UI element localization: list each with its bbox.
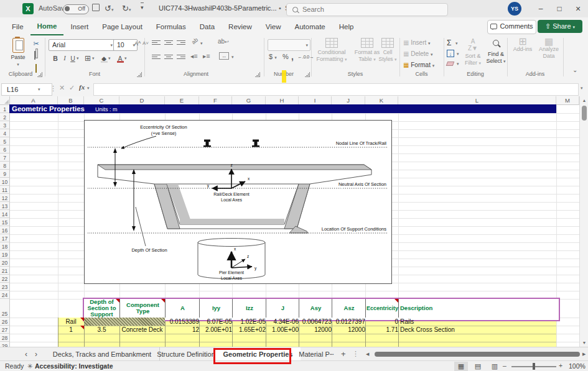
borders-dropdown-icon[interactable]: ▾ — [92, 56, 95, 61]
cell-G27[interactable]: 1.65E+02 — [232, 326, 268, 334]
autosum-icon[interactable]: Σ — [447, 39, 451, 47]
excel-logo-icon[interactable]: X — [22, 3, 34, 14]
increase-indent-icon[interactable]: ▸≡ — [203, 52, 210, 60]
name-box[interactable]: L16▾ — [1, 83, 52, 96]
ribbon-tab-page-layout[interactable]: Page Layout — [95, 19, 149, 35]
confirm-entry-icon[interactable]: ✓ — [69, 84, 75, 92]
fill-dropdown-icon[interactable]: ▾ — [457, 52, 459, 57]
avatar[interactable]: YS — [508, 2, 521, 16]
column-header-F[interactable]: F — [199, 96, 232, 105]
search-box[interactable]: Search — [286, 3, 448, 16]
banner-row[interactable]: Geometric Properties Units : m — [9, 104, 556, 113]
align-middle-icon[interactable] — [164, 39, 173, 46]
font-color-dropdown-icon[interactable]: ▾ — [124, 56, 127, 61]
scroll-up-icon[interactable]: ▲ — [580, 96, 588, 104]
next-sheet-icon[interactable]: › — [35, 347, 37, 361]
minimize-button[interactable]: – — [531, 0, 550, 17]
cell-D27[interactable]: Concrete Deck — [119, 326, 165, 334]
alignment-dialog-launcher-icon[interactable] — [255, 72, 260, 77]
italic-button[interactable]: I — [60, 53, 69, 63]
row-header-14[interactable]: 14 — [0, 210, 10, 218]
sheet-tab-decks[interactable]: Decks, Tracks and Embankment — [45, 347, 160, 361]
bold-button[interactable]: B — [51, 53, 60, 63]
comments-button[interactable]: Comments — [487, 20, 536, 34]
cell-I26[interactable]: 0.0064723 — [299, 318, 334, 326]
column-header-D[interactable]: D — [119, 96, 165, 105]
increase-decimal-icon[interactable]: ←.0 — [297, 54, 306, 60]
cell-F26[interactable]: 6.07E-05 — [199, 318, 234, 326]
more-sheets-icon[interactable]: ••• — [330, 352, 334, 356]
new-sheet-icon[interactable]: + — [341, 349, 346, 359]
cross-section-diagram[interactable]: z y x x y z Eccentricity Of Section (+ve… — [84, 120, 392, 284]
insert-function-icon[interactable]: fx — [79, 83, 85, 91]
row-header-3[interactable]: 3 — [0, 121, 10, 129]
merge-center-icon[interactable]: ↔ — [219, 52, 229, 60]
grow-font-button[interactable]: A^ — [133, 39, 142, 48]
prev-sheet-icon[interactable]: ‹ — [25, 347, 27, 361]
number-format-combo[interactable]: ▾ — [268, 39, 310, 51]
ribbon-tab-help[interactable]: Help — [332, 19, 361, 35]
cell-I27[interactable]: 12000 — [299, 326, 334, 334]
fill-color-icon[interactable]: ◆ — [100, 53, 108, 63]
fill-down-icon[interactable]: ↓ — [447, 50, 454, 57]
row-header-23[interactable]: 23 — [0, 283, 10, 291]
fill-color-dropdown-icon[interactable]: ▾ — [108, 56, 111, 61]
ribbon-tab-insert[interactable]: Insert — [63, 19, 95, 35]
header-asy[interactable]: Asy — [299, 299, 332, 318]
ribbon-tab-automate[interactable]: Automate — [288, 19, 332, 35]
cell-L26[interactable]: Rails — [398, 318, 558, 326]
cell-C27[interactable]: 3.5 — [84, 326, 119, 334]
header-izz[interactable]: Izz — [232, 299, 266, 318]
orientation-icon[interactable]: ab — [190, 37, 199, 45]
cell-styles-button[interactable]: Cell Styles ▾ — [376, 37, 399, 70]
row-header-27[interactable]: 27 — [0, 326, 10, 334]
header-component-type[interactable]: Component Type — [119, 299, 166, 318]
vertical-scroll-thumb[interactable] — [582, 106, 587, 121]
align-left-icon[interactable] — [152, 53, 161, 60]
underline-button[interactable]: U — [68, 53, 77, 63]
ribbon-tab-file[interactable]: File — [5, 19, 30, 35]
tabbar-split-icon[interactable]: ⋮ — [352, 350, 359, 358]
row-header-10[interactable]: 10 — [0, 178, 10, 186]
find-select-button[interactable]: Find & Select ▾ — [485, 37, 506, 70]
header-description[interactable]: Description — [398, 299, 558, 318]
cell-J27[interactable]: 12000 — [332, 326, 367, 334]
maximize-button[interactable]: □ — [550, 0, 569, 17]
column-header-B[interactable]: B — [58, 96, 84, 105]
ribbon-tab-home[interactable]: Home — [30, 18, 64, 35]
header-a[interactable]: A — [165, 299, 200, 318]
align-right-icon[interactable] — [177, 53, 185, 60]
comma-format-icon[interactable]: , — [291, 52, 294, 62]
align-center-icon[interactable] — [164, 53, 173, 60]
row-header-25[interactable]: 25 — [0, 299, 10, 318]
paste-button[interactable]: Paste▾ — [5, 37, 31, 70]
header-eccentricity[interactable]: Eccentricity — [365, 299, 399, 318]
row-header-29[interactable]: 29 — [0, 342, 10, 347]
column-header-J[interactable]: J — [332, 96, 365, 105]
cancel-entry-icon[interactable]: ✕ — [59, 84, 65, 92]
copy-icon[interactable] — [31, 49, 41, 58]
zoom-level[interactable]: 100% — [569, 362, 586, 370]
cell-K26[interactable]: 0 — [365, 318, 400, 326]
undo-icon[interactable]: ↺▾ — [105, 4, 113, 13]
horizontal-scroll-thumb[interactable] — [375, 352, 580, 357]
hscroll-right-icon[interactable]: ▶ — [582, 352, 586, 357]
currency-format-icon[interactable]: $ ▾ — [269, 53, 277, 60]
font-name-combo[interactable]: Arial▾ — [49, 39, 115, 51]
close-button[interactable]: × — [569, 0, 587, 17]
accessibility-status[interactable]: Accessibility: Investigate — [35, 362, 113, 370]
insert-cells-button[interactable]: ▦ Insert ▾ — [403, 38, 441, 48]
format-painter-icon[interactable] — [31, 60, 41, 70]
column-header-E[interactable]: E — [165, 96, 199, 105]
column-header-G[interactable]: G — [232, 96, 266, 105]
scroll-down-icon[interactable]: ▼ — [580, 339, 588, 347]
row-header-22[interactable]: 22 — [0, 275, 10, 283]
normal-view-icon[interactable]: ▦ — [454, 362, 468, 371]
ribbon-tab-data[interactable]: Data — [193, 19, 222, 35]
header-asz[interactable]: Asz — [332, 299, 366, 318]
align-top-icon[interactable] — [152, 39, 161, 46]
row-header-11[interactable]: 11 — [0, 186, 10, 194]
delete-cells-button[interactable]: ▦ Delete ▾ — [403, 49, 441, 59]
cut-icon[interactable]: ✂ — [31, 39, 41, 48]
row-header-2[interactable]: 2 — [0, 113, 10, 121]
